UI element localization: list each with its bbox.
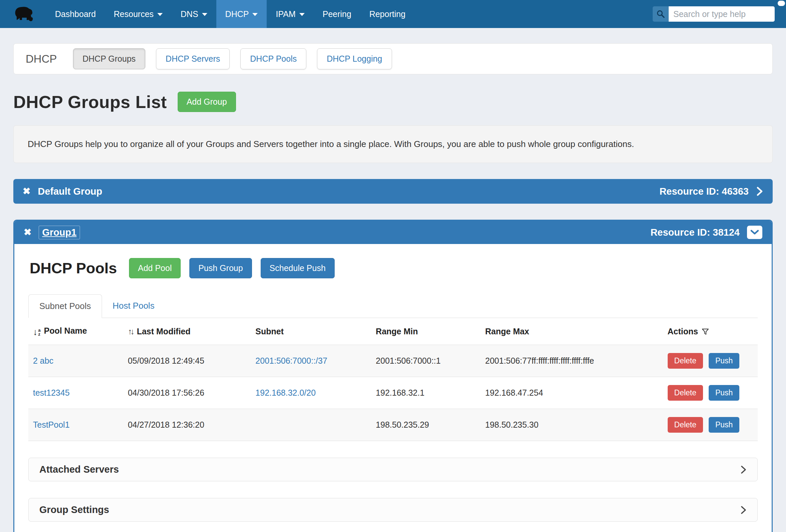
delete-button[interactable]: Delete (668, 353, 703, 369)
chevron-right-icon (741, 506, 747, 514)
caret-down-icon (202, 13, 207, 16)
main-nav: Dashboard Resources DNS DHCP IPAM Peerin… (46, 0, 414, 28)
caret-down-icon (299, 13, 305, 16)
chevron-right-icon (741, 465, 747, 474)
range-min-cell: 192.168.32.1 (371, 377, 480, 409)
search-input[interactable] (669, 6, 775, 22)
col-label: Last Modified (137, 327, 190, 336)
description-well: DHCP Groups help you to organize all of … (13, 125, 773, 163)
last-modified-cell: 04/27/2018 12:36:20 (123, 409, 251, 441)
pool-row: test12345 04/30/2018 17:56:26 192.168.32… (28, 377, 758, 409)
mammoth-logo-icon (13, 5, 35, 23)
collapse-group-button[interactable] (747, 226, 762, 239)
pool-name-link[interactable]: TestPool1 (33, 420, 70, 429)
nav-dhcp[interactable]: DHCP (216, 0, 267, 28)
top-navbar: Dashboard Resources DNS DHCP IPAM Peerin… (0, 0, 786, 28)
caret-down-icon (157, 13, 163, 16)
sort-icon: ↑↓ (128, 327, 133, 336)
subnet-link[interactable]: 192.168.32.0/20 (255, 388, 316, 397)
col-actions: Actions (663, 318, 758, 345)
col-range-min[interactable]: Range Min (371, 318, 480, 345)
pools-tabs: Subnet Pools Host Pools (28, 294, 758, 318)
pools-title: DHCP Pools (30, 260, 117, 277)
attached-servers-section[interactable]: Attached Servers (28, 458, 758, 481)
schedule-push-button[interactable]: Schedule Push (261, 258, 335, 278)
global-search (653, 0, 786, 28)
pool-name-link[interactable]: 2 abc (33, 356, 53, 365)
delete-button[interactable]: Delete (668, 417, 703, 433)
subnav-title: DHCP (26, 53, 57, 65)
nav-peering-label: Peering (323, 9, 351, 19)
nav-dns[interactable]: DNS (172, 0, 216, 28)
provision-logo[interactable] (13, 0, 35, 28)
chevron-right-icon[interactable] (756, 186, 763, 196)
group-name: Default Group (38, 186, 102, 197)
range-min-cell: 2001:506:7000::1 (371, 345, 480, 377)
tab-dhcp-groups[interactable]: DHCP Groups (73, 48, 145, 69)
search-icon[interactable] (653, 6, 669, 22)
push-group-button[interactable]: Push Group (189, 258, 252, 278)
section-label: Attached Servers (39, 464, 119, 475)
nav-resources[interactable]: Resources (105, 0, 172, 28)
tab-dhcp-pools[interactable]: DHCP Pools (240, 48, 306, 69)
tab-dhcp-logging[interactable]: DHCP Logging (317, 48, 392, 69)
page-header: DHCP Groups List Add Group (13, 92, 773, 112)
nav-dhcp-label: DHCP (225, 9, 249, 19)
push-button[interactable]: Push (709, 385, 739, 401)
nav-reporting[interactable]: Reporting (360, 0, 414, 28)
pool-row: TestPool1 04/27/2018 12:36:20 198.50.235… (28, 409, 758, 441)
nav-ipam[interactable]: IPAM (267, 0, 313, 28)
range-max-cell: 198.50.235.30 (481, 409, 663, 441)
tab-subnet-pools[interactable]: Subnet Pools (28, 294, 102, 318)
col-last-modified[interactable]: ↑↓Last Modified (123, 318, 251, 345)
nav-dns-label: DNS (181, 9, 198, 19)
subnet-pools-table: ↓azPool Name ↑↓Last Modified Subnet Rang… (28, 318, 758, 441)
page-title: DHCP Groups List (13, 92, 167, 112)
add-pool-button[interactable]: Add Pool (129, 258, 181, 278)
push-button[interactable]: Push (709, 417, 739, 433)
delete-group-icon[interactable]: ✖ (23, 187, 30, 196)
nav-peering[interactable]: Peering (314, 0, 360, 28)
group-name-edit-link[interactable]: Group1 (39, 226, 80, 239)
delete-group-icon[interactable]: ✖ (24, 228, 31, 237)
tab-dhcp-servers[interactable]: DHCP Servers (156, 48, 230, 69)
pool-row: 2 abc 05/09/2018 12:49:45 2001:506:7000:… (28, 345, 758, 377)
section-label: Group Settings (39, 504, 109, 515)
nav-ipam-label: IPAM (276, 9, 295, 19)
dhcp-subnav-card: DHCP DHCP Groups DHCP Servers DHCP Pools… (13, 43, 773, 74)
col-label: Actions (668, 327, 698, 336)
pools-header: DHCP Pools Add Pool Push Group Schedule … (30, 258, 758, 278)
table-header-row: ↓azPool Name ↑↓Last Modified Subnet Rang… (28, 318, 758, 345)
group-row-default-group[interactable]: ✖ Default Group Resource ID: 46363 (13, 179, 773, 204)
scrollbar-thumb[interactable] (778, 1, 785, 6)
range-max-cell: 192.168.47.254 (481, 377, 663, 409)
col-range-max[interactable]: Range Max (481, 318, 663, 345)
add-group-button[interactable]: Add Group (178, 92, 236, 112)
tab-host-pools[interactable]: Host Pools (102, 294, 165, 318)
group-row-group1[interactable]: ✖ Group1 Resource ID: 38124 (14, 221, 772, 244)
col-label: Range Min (376, 327, 418, 336)
description-text: DHCP Groups help you to organize all of … (28, 139, 634, 149)
last-modified-cell: 04/30/2018 17:56:26 (123, 377, 251, 409)
delete-button[interactable]: Delete (668, 385, 703, 401)
pool-name-link[interactable]: test12345 (33, 388, 70, 397)
nav-dashboard-label: Dashboard (55, 9, 96, 19)
nav-dashboard[interactable]: Dashboard (46, 0, 105, 28)
caret-down-icon (252, 13, 258, 16)
range-max-cell: 2001:506:77ff:ffff:ffff:ffff:ffff:fffe (481, 345, 663, 377)
range-min-cell: 198.50.235.29 (371, 409, 480, 441)
chevron-down-icon (750, 230, 759, 235)
col-label: Range Max (485, 327, 529, 336)
filter-icon[interactable] (701, 328, 709, 336)
col-subnet[interactable]: Subnet (251, 318, 371, 345)
resource-id-label: Resource ID: 38124 (650, 227, 740, 238)
group-settings-section[interactable]: Group Settings (28, 498, 758, 522)
subnet-link[interactable]: 2001:506:7000::/37 (255, 356, 327, 365)
group-panel-group1: ✖ Group1 Resource ID: 38124 DHCP Pools A… (13, 220, 773, 532)
last-modified-cell: 05/09/2018 12:49:45 (123, 345, 251, 377)
col-pool-name[interactable]: ↓azPool Name (28, 318, 123, 345)
push-button[interactable]: Push (709, 353, 739, 369)
group1-detail: DHCP Pools Add Pool Push Group Schedule … (14, 244, 772, 532)
sort-alpha-asc-icon: ↓az (33, 328, 41, 337)
resource-id-label: Resource ID: 46363 (659, 186, 749, 197)
